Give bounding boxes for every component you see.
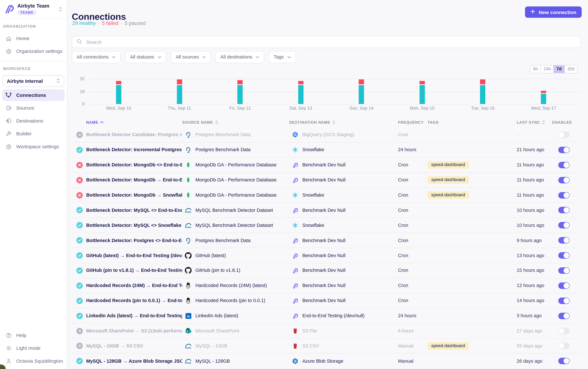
enabled-toggle[interactable]: [558, 343, 569, 349]
enabled-toggle[interactable]: [558, 162, 569, 168]
column-header-frequency: FREQUENCY: [398, 120, 427, 124]
bar-segment-failed: [116, 81, 121, 84]
enabled-toggle[interactable]: [558, 267, 569, 274]
connection-name[interactable]: Bottleneck Detector: MySQL <> End-to-End…: [86, 208, 182, 213]
connection-row[interactable]: Hardcoded Records (24M) → End-to-End Te.…: [72, 278, 581, 293]
connection-row[interactable]: Bottleneck Detector: MongoDb → End-to-En…: [72, 173, 581, 188]
connection-row[interactable]: Bottleneck Detector: MongoDb → Snowflake…: [72, 188, 581, 203]
connection-name[interactable]: Bottleneck Detector: Incremental Postgre…: [86, 147, 182, 153]
column-header-last-sync[interactable]: LAST SYNC: [517, 120, 552, 124]
status-cell: [76, 132, 86, 138]
sidebar-item-octavia-squiddington[interactable]: Octavia Squiddington: [2, 355, 65, 367]
source-name: MySQL - 10GB: [195, 343, 227, 349]
source-name: Postgres Benchmark Data: [195, 132, 250, 137]
enabled-toggle[interactable]: [558, 252, 569, 259]
filter-all-connections[interactable]: All connections: [72, 51, 120, 63]
connection-name[interactable]: Hardcoded Records (pin to 0.0.1) → End-t…: [86, 298, 182, 303]
destination-cell: Benchmark Dev Null: [289, 252, 398, 259]
connection-name[interactable]: MySQL - 128GB → Azure Blob Storage JSOn …: [86, 358, 182, 364]
status-healthy-icon: [76, 222, 83, 228]
sidebar-item-connections[interactable]: Connections: [2, 89, 65, 101]
connection-row[interactable]: Bottleneck Detector: Incremental Postgre…: [72, 143, 581, 157]
last-sync-value: 15 hours ago: [517, 268, 552, 273]
enabled-toggle[interactable]: [558, 222, 569, 228]
filter-all-sources[interactable]: All sources: [171, 51, 211, 63]
connection-name[interactable]: Bottleneck Detector: MongoDb → Snowflake: [86, 192, 182, 198]
connection-row[interactable]: Bottleneck Detector: MySQL <> SnowflakeM…: [72, 218, 581, 233]
chevron-down-icon: [112, 56, 116, 58]
bar-segment-succeeded: [480, 85, 486, 104]
time-range-24h[interactable]: 24h: [541, 65, 554, 73]
enabled-toggle[interactable]: [558, 297, 569, 304]
enabled-toggle[interactable]: [558, 237, 569, 244]
enabled-toggle[interactable]: [558, 328, 569, 334]
filter-all-statuses[interactable]: All statuses: [125, 51, 166, 63]
connection-row[interactable]: Bottleneck Detector Candidate: Postgres …: [72, 127, 581, 143]
connection-row[interactable]: Bottleneck Detector: MongoDb <> End-to-E…: [72, 158, 581, 173]
source-cell: Postgres Benchmark Data: [182, 237, 289, 244]
connection-name[interactable]: Microsoft SharePoint → S3 (13mb performa…: [86, 328, 182, 334]
sidebar-item-help[interactable]: Help: [2, 329, 65, 341]
org-switcher[interactable]: Airbyte Team TEAMS: [0, 0, 67, 19]
sidebar-item-workspace-settings[interactable]: Workspace settings: [2, 141, 65, 152]
last-sync-value: 26 days ago: [517, 358, 552, 364]
new-connection-button[interactable]: New connection: [525, 7, 582, 18]
connection-row[interactable]: GitHub (latest) → End-to-End Testing (/d…: [72, 248, 581, 263]
connection-row[interactable]: GitHub (pin to v1.8.1) → End-to-End Test…: [72, 263, 581, 278]
enabled-toggle[interactable]: [558, 207, 569, 214]
time-range-7d[interactable]: 7d: [554, 65, 565, 73]
builder-icon: [5, 131, 12, 137]
column-header-destination-name[interactable]: DESTINATION NAME: [289, 120, 398, 124]
column-header-source-name[interactable]: SOURCE NAME: [182, 120, 289, 124]
org-switcher-chevrons-icon[interactable]: [59, 7, 62, 13]
connection-name[interactable]: Hardcoded Records (24M) → End-to-End Te.…: [86, 283, 182, 288]
sidebar: Airbyte Team TEAMS ORGANIZATION HomeOrga…: [0, 0, 67, 369]
filter-tags[interactable]: Tags: [269, 51, 296, 63]
enabled-toggle[interactable]: [558, 132, 569, 138]
enabled-toggle[interactable]: [558, 282, 569, 289]
sidebar-item-organization-settings[interactable]: Organization settings: [2, 45, 65, 57]
connection-row[interactable]: MySQL - 10GB → S3 CSVMySQLMySQL - 10GBS3…: [72, 338, 581, 354]
source-name: Postgres Benchmark Data: [195, 147, 250, 153]
connection-name[interactable]: GitHub (latest) → End-to-End Testing (/d…: [86, 253, 182, 258]
sidebar-item-destinations[interactable]: Destinations: [2, 115, 65, 127]
gear-icon: [5, 48, 12, 54]
connection-name[interactable]: Bottleneck Detector: MongoDb → End-to-En…: [86, 177, 182, 183]
enabled-toggle[interactable]: [558, 192, 569, 198]
enabled-toggle[interactable]: [558, 147, 569, 153]
connection-name[interactable]: MySQL - 10GB → S3 CSV: [86, 343, 182, 349]
connection-name[interactable]: LinkedIn Ads (latest) → End-to-End Testi…: [86, 313, 182, 318]
connection-row[interactable]: Hardcoded Records (pin to 0.0.1) → End-t…: [72, 293, 581, 308]
destination-name: Benchmark Dev Null: [302, 162, 345, 168]
connection-row[interactable]: Microsoft SharePoint → S3 (13mb performa…: [72, 324, 581, 338]
plus-icon: [530, 9, 535, 15]
time-range-30d[interactable]: 30d: [565, 65, 577, 73]
sidebar-item-light-mode[interactable]: Light mode: [2, 342, 65, 354]
connection-name[interactable]: Bottleneck Detector: Postgres <> End-to-…: [86, 238, 182, 243]
status-cell: [76, 267, 86, 274]
enabled-toggle[interactable]: [558, 313, 569, 319]
connection-row[interactable]: LinkedIn Ads (latest) → End-to-End Testi…: [72, 308, 581, 323]
airbyte-icon: [292, 312, 299, 319]
s3-icon: [292, 328, 299, 334]
sidebar-item-home[interactable]: Home: [2, 32, 65, 44]
connection-row[interactable]: Bottleneck Detector: Postgres <> End-to-…: [72, 233, 581, 248]
connection-row[interactable]: MySQL - 128GB → Azure Blob Storage JSOn …: [72, 354, 581, 369]
sidebar-item-builder[interactable]: Builder: [2, 128, 65, 139]
bar-segment-failed: [480, 80, 486, 84]
enabled-toggle[interactable]: [558, 358, 569, 364]
enabled-toggle[interactable]: [558, 177, 569, 183]
column-header-name[interactable]: NAME: [86, 120, 182, 124]
workspace-selector[interactable]: Airbyte Internal: [3, 75, 64, 87]
airbyte-icon: [292, 267, 299, 274]
connection-name[interactable]: Bottleneck Detector: MongoDb <> End-to-E…: [86, 162, 182, 168]
time-range-6h[interactable]: 6h: [530, 65, 541, 73]
sidebar-item-sources[interactable]: Sources: [2, 102, 65, 114]
connection-row[interactable]: Bottleneck Detector: MySQL <> End-to-End…: [72, 203, 581, 218]
search-input[interactable]: [86, 39, 577, 45]
filter-all-destinations[interactable]: All destinations: [215, 51, 264, 63]
connection-name[interactable]: Bottleneck Detector Candidate: Postgres …: [86, 132, 182, 137]
connection-name[interactable]: Bottleneck Detector: MySQL <> Snowflake: [86, 223, 182, 228]
connection-name[interactable]: GitHub (pin to v1.8.1) → End-to-End Test…: [86, 268, 182, 273]
hardcoded-icon: [185, 297, 192, 304]
